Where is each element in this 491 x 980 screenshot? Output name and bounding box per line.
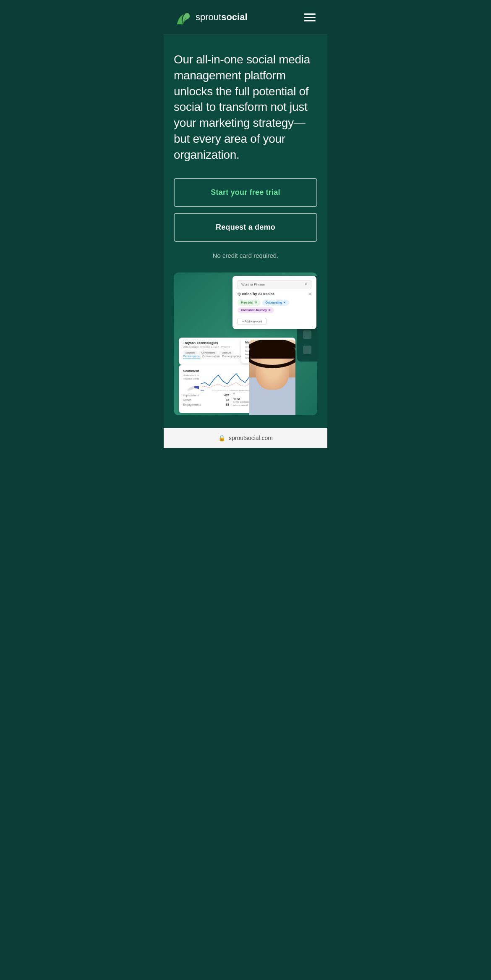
ai-tags: Free trial ✕ Onboarding ✕ Costumer Journ… bbox=[238, 300, 311, 313]
engagements-label: Engagements bbox=[183, 403, 201, 406]
traysan-tab-demographics[interactable]: Demographics bbox=[222, 355, 241, 359]
ai-tag-onboarding-label: Onboarding bbox=[266, 301, 282, 304]
stats-bottom: Impressions 437 Reach 12 Engagements 83 bbox=[179, 390, 233, 411]
footer-url: sproutsocial.com bbox=[229, 435, 273, 441]
lock-icon: 🔒 bbox=[218, 435, 225, 441]
reach-label: Reach bbox=[183, 398, 191, 401]
ai-tag-customer-journey-label: Costumer Journey bbox=[241, 309, 267, 312]
logo-wordmark: sproutsocial bbox=[196, 12, 248, 23]
engagements-value: 83 bbox=[226, 403, 229, 406]
ai-popup: Word or Phrase ▼ Queries by AI Assist ✕ … bbox=[232, 276, 316, 329]
ai-tag-free-trial[interactable]: Free trial ✕ bbox=[238, 300, 261, 306]
traysan-filter-visits[interactable]: Visits All bbox=[219, 351, 233, 355]
ai-tag-free-trial-label: Free trial bbox=[241, 301, 253, 304]
ai-tag-free-trial-close-icon[interactable]: ✕ bbox=[255, 301, 257, 304]
reach-value: 12 bbox=[226, 398, 229, 401]
dashboard-inner: Word or Phrase ▼ Queries by AI Assist ✕ … bbox=[174, 273, 317, 415]
ai-popup-close-button[interactable]: ✕ bbox=[308, 292, 311, 296]
footer: 🔒 sproutsocial.com bbox=[164, 428, 327, 448]
no-credit-card-text: No credit card required. bbox=[174, 252, 317, 259]
main-content: Our all-in-one social media management p… bbox=[164, 35, 327, 428]
ai-tag-onboarding[interactable]: Onboarding ✕ bbox=[262, 300, 290, 306]
ai-tag-customer-journey-close-icon[interactable]: ✕ bbox=[268, 309, 271, 312]
impressions-value: 437 bbox=[224, 394, 229, 397]
impressions-label: Impressions bbox=[183, 394, 199, 397]
hamburger-line-3 bbox=[304, 20, 316, 21]
person-photo bbox=[249, 340, 295, 415]
traysan-filter-sources[interactable]: Sources bbox=[183, 351, 197, 355]
ai-tag-onboarding-close-icon[interactable]: ✕ bbox=[283, 301, 286, 304]
hamburger-line-2 bbox=[304, 17, 316, 18]
ai-popup-header: Queries by AI Assist ✕ bbox=[238, 292, 311, 296]
header: sproutsocial bbox=[164, 0, 327, 35]
request-demo-button[interactable]: Request a demo bbox=[174, 213, 317, 242]
stat-row-impressions: Impressions 437 bbox=[183, 394, 229, 397]
stat-row-reach: Reach 12 bbox=[183, 398, 229, 401]
hamburger-line-1 bbox=[304, 13, 316, 15]
traysan-filter-competitors[interactable]: Competitors bbox=[199, 351, 217, 355]
traysan-tab-conversation[interactable]: Conversation bbox=[202, 355, 219, 359]
ai-popup-title: Queries by AI Assist bbox=[238, 292, 274, 296]
logo-text-social: social bbox=[221, 12, 247, 22]
logo-text-sprout: sprout bbox=[196, 12, 221, 22]
word-phrase-label: Word or Phrase bbox=[241, 283, 265, 286]
panel-icon-5[interactable] bbox=[303, 346, 311, 354]
sprout-logo-icon bbox=[174, 8, 191, 26]
stat-row-engagements: Engagements 83 bbox=[183, 403, 229, 406]
dashboard-preview: Word or Phrase ▼ Queries by AI Assist ✕ … bbox=[174, 273, 317, 415]
hamburger-menu-button[interactable] bbox=[302, 12, 317, 23]
ai-tag-customer-journey[interactable]: Costumer Journey ✕ bbox=[238, 307, 274, 313]
person-curly-hair bbox=[249, 342, 295, 365]
cta-buttons: Start your free trial Request a demo bbox=[174, 178, 317, 242]
panel-icon-4[interactable] bbox=[303, 330, 311, 339]
traysan-tab-performance[interactable]: Performance bbox=[183, 355, 200, 359]
hero-headline: Our all-in-one social media management p… bbox=[174, 52, 317, 163]
start-free-trial-button[interactable]: Start your free trial bbox=[174, 178, 317, 207]
add-keyword-button[interactable]: + Add Keyword bbox=[238, 318, 266, 325]
logo[interactable]: sproutsocial bbox=[174, 8, 248, 26]
word-phrase-chevron-icon: ▼ bbox=[304, 283, 308, 286]
